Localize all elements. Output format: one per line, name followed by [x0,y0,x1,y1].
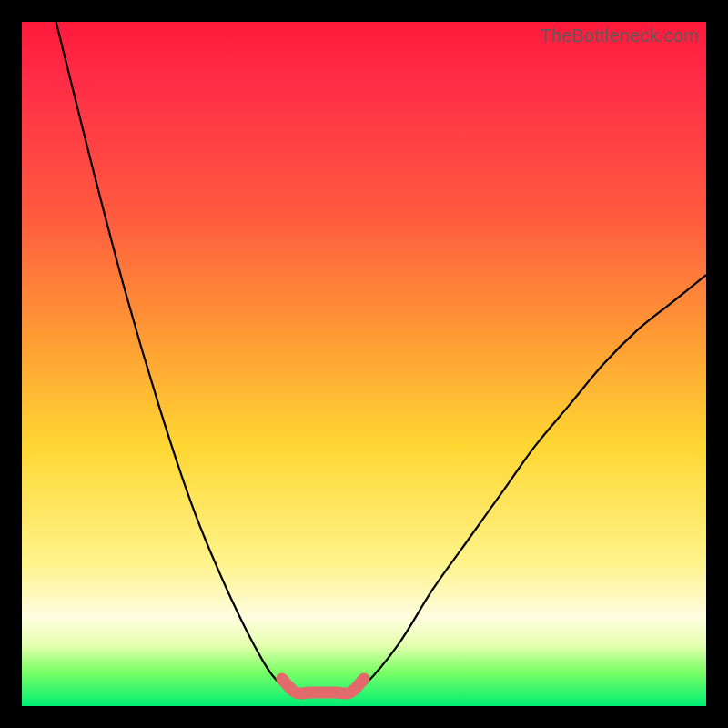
left-curve [56,22,309,693]
right-curve [337,275,706,693]
plot-area: TheBottleneck.com [22,22,706,706]
chart-frame: TheBottleneck.com [0,0,728,728]
chart-svg [22,22,706,706]
floor-highlight [282,679,364,693]
